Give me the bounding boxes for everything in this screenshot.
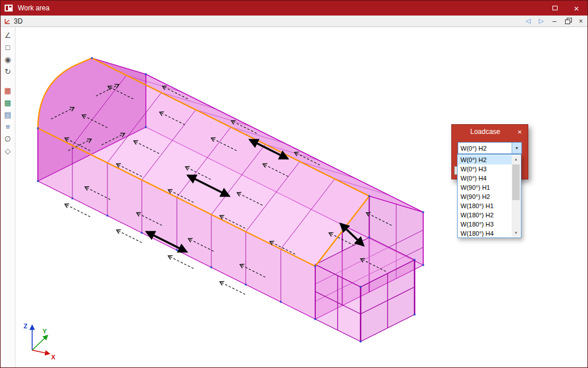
prev-view-icon: ◁	[525, 17, 530, 25]
loadcase-combobox[interactable]: W(0°) H2 ▼	[458, 142, 522, 154]
loadcase-option[interactable]: W(180°) H1	[458, 201, 512, 210]
minimize-icon: –	[552, 17, 556, 25]
loadcase-option[interactable]: W(180°) H4	[458, 229, 512, 237]
loadcase-close-button[interactable]: ×	[515, 128, 524, 136]
viewport-close-icon: ×	[579, 17, 583, 25]
scroll-up-button[interactable]: ▲	[512, 155, 520, 163]
close-button[interactable]: ×	[566, 1, 587, 16]
load-display-icon[interactable]: ▦	[2, 85, 14, 95]
viewport-tab-label: 3D	[14, 17, 22, 25]
angle-measure-icon[interactable]: ∠	[2, 30, 14, 40]
loadcase-option[interactable]: W(0°) H2	[458, 155, 512, 164]
left-toolbar: ∠□◉↻▦▩▤≡∅◇	[1, 27, 16, 367]
viewport-close-button[interactable]: ×	[574, 16, 587, 26]
loadcase-combobox-value: W(0°) H2	[458, 145, 512, 152]
window-titlebar[interactable]: Work area ×	[1, 1, 587, 16]
hide-objects-icon[interactable]: ∅	[2, 133, 14, 144]
visibility-eye-icon[interactable]: ◉	[2, 54, 14, 64]
app-logo-icon	[4, 3, 13, 13]
app-window: Work area × 3D ◁ ▷ – × ∠□◉↻▦▩▤≡∅◇	[0, 0, 588, 368]
loadcase-close-icon: ×	[517, 128, 522, 136]
viewport-3d-icon	[4, 18, 11, 25]
loadcase-option-list: W(0°) H2W(0°) H3W(0°) H4W(90°) H1W(90°) …	[458, 155, 512, 237]
ucs-triad-icon: Z Y X	[24, 323, 56, 361]
combobox-dropdown-button[interactable]: ▼	[512, 143, 521, 154]
orbit-rotate-icon[interactable]: ↻	[2, 66, 14, 76]
axis-y-label: Y	[42, 328, 47, 335]
wireframe-cube-icon[interactable]: □	[2, 42, 14, 52]
next-view-button[interactable]: ▷	[535, 16, 548, 26]
axis-z-label: Z	[24, 323, 28, 329]
viewport-titlebar[interactable]: 3D ◁ ▷ – ×	[1, 16, 587, 27]
maximize-icon	[552, 6, 558, 10]
restore-icon	[565, 18, 571, 24]
loadcase-option[interactable]: W(90°) H1	[458, 183, 512, 192]
loadcase-dropdown-list: W(0°) H2W(0°) H3W(0°) H4W(90°) H1W(90°) …	[457, 154, 521, 238]
table-view-icon[interactable]: ▤	[2, 109, 14, 120]
close-icon: ×	[574, 3, 579, 13]
dropdown-scrollbar[interactable]: ▲ ▼	[512, 155, 520, 237]
loadcase-option[interactable]: W(180°) H3	[458, 220, 512, 229]
scrollbar-thumb[interactable]	[512, 164, 520, 200]
loadcase-dialog-title: Loadcase	[455, 128, 515, 136]
prev-view-button[interactable]: ◁	[521, 16, 535, 26]
loadcase-option[interactable]: W(90°) H2	[458, 192, 512, 201]
scroll-down-button[interactable]: ▼	[512, 229, 520, 237]
loadcase-option[interactable]: W(0°) H3	[458, 164, 512, 174]
dimension-3d-icon[interactable]: ◇	[2, 145, 14, 156]
loadcase-dialog-header[interactable]: Loadcase ×	[452, 125, 528, 139]
viewport-minimize-button[interactable]: –	[548, 16, 561, 26]
next-view-icon: ▷	[539, 17, 543, 25]
maximize-button[interactable]	[544, 1, 566, 16]
loadcase-option[interactable]: W(0°) H4	[458, 174, 512, 183]
window-title: Work area	[18, 4, 49, 12]
loadcase-option[interactable]: W(180°) H2	[458, 210, 512, 220]
viewport-restore-button[interactable]	[561, 16, 574, 26]
surface-display-icon[interactable]: ▩	[2, 97, 14, 108]
layers-icon[interactable]: ≡	[2, 121, 14, 132]
axis-x-label: X	[51, 354, 56, 361]
chevron-down-icon: ▼	[515, 146, 519, 150]
scroll-up-icon: ▲	[514, 158, 518, 161]
scroll-down-icon: ▼	[514, 231, 518, 235]
